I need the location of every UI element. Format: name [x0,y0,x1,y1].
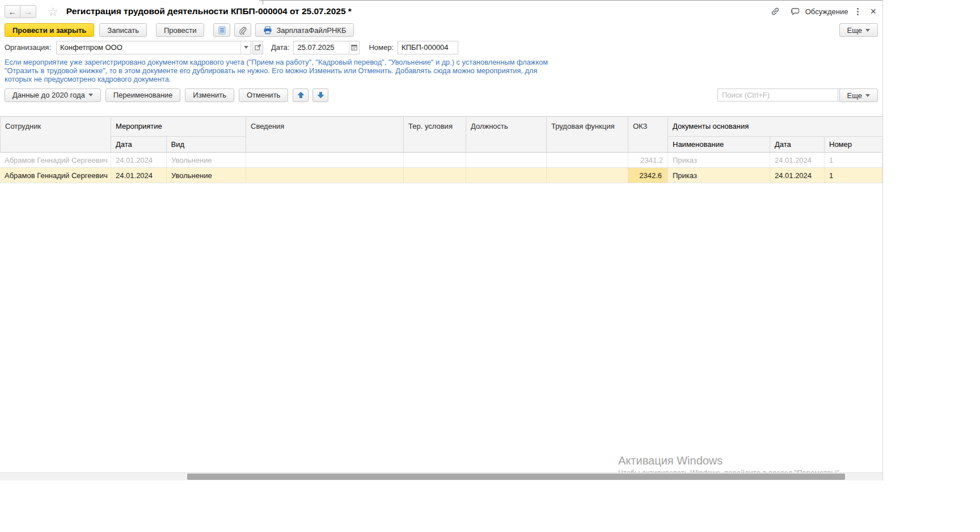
cell-position[interactable] [466,153,547,167]
col-base-docs-group: Документы основания Наименование Дата Но… [668,117,882,152]
form-more-button[interactable]: Еще [839,23,878,37]
number-label: Номер: [369,43,394,52]
events-table: Сотрудник Мероприятие Дата Вид Сведения … [0,116,883,183]
forward-button[interactable]: → [20,5,36,18]
date-field [293,41,360,54]
rename-button[interactable]: Переименование [105,88,181,102]
cell-position[interactable] [466,168,547,183]
back-button[interactable]: ← [5,5,20,18]
cell-event-date[interactable]: 24.01.2024 [111,153,167,167]
attachments-paperclip-icon[interactable] [234,23,251,37]
tabstrip-line [259,0,883,1]
col-info: Сведения [246,117,404,152]
windows-activation-watermark: Активация Windows [618,454,723,467]
chevron-down-icon [865,29,870,32]
col-doc-date: Дата [770,137,825,152]
register-records-icon[interactable] [213,23,230,37]
cancel-event-button[interactable]: Отменить [239,88,288,102]
main-toolbar: Провести и закрыть Записать Провести Зар… [0,23,883,37]
data-before-2020-label: Данные до 2020 года [12,91,85,99]
organization-field [56,41,251,54]
hint-line-1: Если мероприятие уже зарегистрировано до… [5,58,628,67]
col-event-kind: Вид [167,137,246,152]
salary-file-print-button[interactable]: ЗарплатаФайлРНКБ [255,23,354,37]
date-input[interactable] [294,41,349,54]
discussion-icon[interactable] [789,5,802,18]
edit-button[interactable]: Изменить [185,88,234,102]
chevron-down-icon [88,94,93,96]
table-row-selected[interactable]: Абрамов Геннадий Сергеевич 24.01.2024 Ув… [0,168,883,183]
cell-info[interactable] [246,153,404,167]
post-button[interactable]: Провести [156,23,205,37]
col-doc-name: Наименование [668,137,770,152]
organization-input[interactable] [57,41,240,54]
cell-employee[interactable]: Абрамов Геннадий Сергеевич [0,168,111,183]
col-employee: Сотрудник [0,117,111,152]
col-base-docs: Документы основания [668,117,882,136]
table-row[interactable]: Абрамов Геннадий Сергеевич 24.01.2024 Ув… [0,153,883,168]
col-doc-number: Номер [825,137,882,152]
write-button[interactable]: Записать [99,23,147,37]
cell-info[interactable] [246,168,404,183]
form-more-label: Еще [847,26,862,35]
chevron-down-icon [865,94,870,97]
data-before-2020-button[interactable]: Данные до 2020 года [5,88,101,102]
cell-doc-name[interactable]: Приказ [668,153,770,167]
page-title: Регистрация трудовой деятельности КПБП-0… [66,6,352,16]
get-link-icon[interactable] [769,5,782,18]
list-more-button[interactable]: Еще [839,88,878,102]
col-position: Должность [466,117,547,152]
move-up-button[interactable] [293,88,309,102]
document-window: ← → ☆ Регистрация трудовой деятельности … [0,0,883,481]
hint-line-2: "Отразить в трудовой книжке", то в этом … [5,67,628,75]
titlebar-actions: Обсуждение × [769,1,878,22]
title-bar: ← → ☆ Регистрация трудовой деятельности … [0,1,883,22]
col-labor-function: Трудовая функция [547,117,628,152]
col-event: Мероприятие [111,117,246,136]
cell-okz-highlighted[interactable]: 2342.6 [628,168,668,183]
scrollbar-thumb[interactable] [187,474,845,480]
cell-employee[interactable]: Абрамов Геннадий Сергеевич [0,153,111,167]
cell-territory[interactable] [404,153,466,167]
col-event-group: Мероприятие Дата Вид [111,117,246,152]
cell-event-kind[interactable]: Увольнение [167,168,246,183]
salary-file-label: ЗарплатаФайлРНКБ [276,26,346,35]
organization-open-icon[interactable] [252,41,263,54]
post-and-close-button[interactable]: Провести и закрыть [5,23,94,37]
okz-value: 2342.6 [639,171,662,180]
cell-labor-function[interactable] [547,168,628,183]
discussion-label[interactable]: Обсуждение [805,7,848,16]
cell-labor-function[interactable] [547,153,628,167]
cell-okz[interactable]: 2341.2 [628,153,668,167]
search-field: × [717,88,848,102]
number-input[interactable] [398,41,458,54]
history-nav: ← → [5,5,36,18]
hint-line-3: которых не предусмотрено кадрового докум… [5,75,628,84]
close-icon[interactable]: × [868,6,878,18]
cell-doc-number[interactable]: 1 [825,168,882,183]
organization-dropdown-icon[interactable] [240,41,251,54]
date-label: Дата: [271,43,289,52]
hint-text: Если мероприятие уже зарегистрировано до… [5,58,628,83]
cell-event-date[interactable]: 24.01.2024 [111,168,167,183]
col-territory: Тер. условия [404,117,466,152]
horizontal-scrollbar[interactable] [0,472,883,480]
more-menu-icon[interactable] [856,7,860,16]
table-header: Сотрудник Мероприятие Дата Вид Сведения … [0,116,883,153]
col-event-date: Дата [111,137,167,152]
organization-label: Организация: [5,43,51,52]
cell-doc-date[interactable]: 24.01.2024 [770,168,825,183]
cell-doc-date[interactable]: 24.01.2024 [770,153,825,167]
list-command-bar: Данные до 2020 года Переименование Измен… [0,88,883,102]
cell-doc-number[interactable]: 1 [825,153,882,167]
list-more-label: Еще [847,91,862,100]
calendar-icon[interactable] [349,41,359,54]
header-fields: Организация: Дата: Номер: [0,40,883,54]
cell-event-kind[interactable]: Увольнение [167,153,246,167]
cell-doc-name[interactable]: Приказ [668,168,770,183]
search-input[interactable] [717,88,838,102]
col-okz: ОКЗ [628,117,668,152]
move-down-button[interactable] [312,88,328,102]
cell-territory[interactable] [404,168,466,183]
favorite-star-icon[interactable]: ☆ [48,6,58,18]
